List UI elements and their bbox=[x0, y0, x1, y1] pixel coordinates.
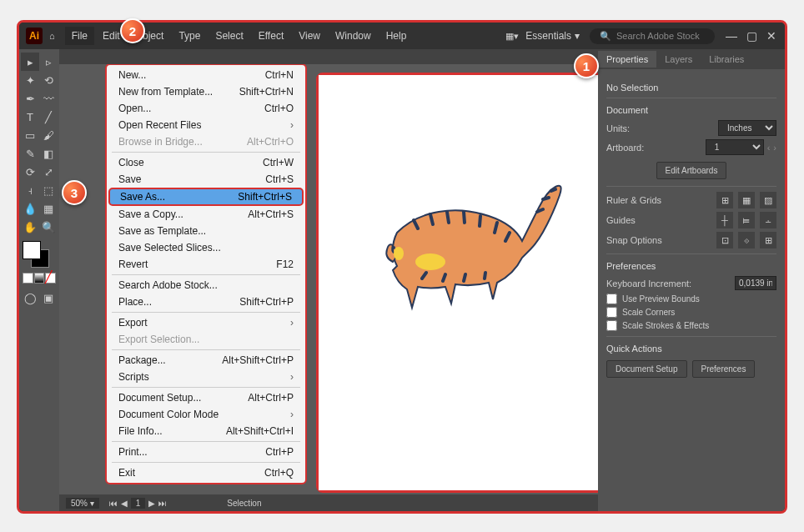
fill-stroke-swatch[interactable]: ╱ bbox=[21, 239, 58, 285]
menu-item-file-info[interactable]: File Info...Alt+Shift+Ctrl+I bbox=[107, 423, 305, 439]
color-mode-icon[interactable] bbox=[23, 273, 33, 284]
gradient-mode-icon[interactable] bbox=[34, 273, 45, 284]
quick-actions-section: Quick Actions bbox=[606, 344, 776, 354]
next-artboard-icon[interactable]: › bbox=[773, 143, 776, 153]
menu-item-place[interactable]: Place...Shift+Ctrl+P bbox=[107, 294, 305, 310]
artboard[interactable] bbox=[319, 75, 598, 490]
document-setup-button[interactable]: Document Setup bbox=[606, 360, 687, 378]
scale-strokes-checkbox[interactable]: Scale Strokes & Effects bbox=[606, 320, 776, 331]
menu-item-print[interactable]: Print...Ctrl+P bbox=[107, 444, 305, 460]
menu-item-new[interactable]: New...Ctrl+N bbox=[107, 67, 305, 83]
panel-tabs: PropertiesLayersLibraries bbox=[598, 49, 785, 69]
rotate-tool[interactable]: ⟳ bbox=[21, 163, 39, 181]
snap-pixel-icon[interactable]: ⊞ bbox=[760, 232, 776, 248]
curvature-tool[interactable]: 〰 bbox=[39, 89, 58, 108]
close-button[interactable]: ✕ bbox=[765, 29, 778, 43]
grid-icon[interactable]: ▦ bbox=[738, 192, 755, 208]
screen-mode-icon[interactable]: ▣ bbox=[39, 289, 58, 307]
menu-item-revert[interactable]: RevertF12 bbox=[107, 256, 305, 273]
type-tool[interactable]: T bbox=[21, 108, 39, 126]
width-tool[interactable]: ⫞ bbox=[21, 181, 39, 199]
keyboard-inc-input[interactable] bbox=[735, 276, 776, 290]
snap-grid-icon[interactable]: ⟐ bbox=[738, 232, 755, 248]
edit-artboards-button[interactable]: Edit Artboards bbox=[656, 162, 727, 179]
smart-guides-icon[interactable]: ⫠ bbox=[760, 212, 776, 228]
zoom-tool[interactable]: 🔍 bbox=[39, 218, 58, 236]
direct-selection-tool[interactable]: ▹ bbox=[39, 53, 58, 71]
menu-window[interactable]: Window bbox=[329, 27, 378, 45]
paintbrush-tool[interactable]: 🖌 bbox=[39, 126, 58, 144]
maximize-button[interactable]: ▢ bbox=[745, 29, 758, 43]
menu-select[interactable]: Select bbox=[209, 27, 249, 45]
menu-item-search-adobe-stock[interactable]: Search Adobe Stock... bbox=[107, 277, 305, 294]
guides-label: Guides bbox=[606, 215, 636, 225]
scale-corners-checkbox[interactable]: Scale Corners bbox=[606, 307, 776, 318]
callout-2: 2 bbox=[120, 18, 145, 43]
magic-wand-tool[interactable]: ✦ bbox=[21, 71, 39, 89]
menu-view[interactable]: View bbox=[292, 27, 327, 45]
zoom-select[interactable]: 50% ▾ bbox=[66, 498, 99, 509]
lasso-tool[interactable]: ⟲ bbox=[39, 71, 58, 89]
menu-type[interactable]: Type bbox=[172, 27, 207, 45]
panel-tab-libraries[interactable]: Libraries bbox=[701, 51, 752, 68]
workspace-switcher[interactable]: Essentials▾ bbox=[525, 30, 580, 42]
prev-artboard-icon[interactable]: ‹ bbox=[767, 143, 771, 153]
keyboard-inc-label: Keyboard Increment: bbox=[606, 279, 691, 289]
search-stock-input[interactable]: 🔍 Search Adobe Stock bbox=[590, 28, 715, 44]
none-mode-icon[interactable]: ╱ bbox=[45, 273, 56, 284]
menu-item-save-selected-slices[interactable]: Save Selected Slices... bbox=[107, 239, 305, 256]
hand-tool[interactable]: ✋ bbox=[21, 218, 39, 236]
gradient-tool[interactable]: ▦ bbox=[39, 199, 58, 218]
menu-item-document-color-mode[interactable]: Document Color Mode bbox=[107, 406, 305, 423]
menu-item-new-from-template[interactable]: New from Template...Shift+Ctrl+N bbox=[107, 83, 305, 100]
units-label: Units: bbox=[606, 123, 630, 133]
transparency-grid-icon[interactable]: ▨ bbox=[760, 192, 776, 208]
menu-item-open[interactable]: Open...Ctrl+O bbox=[107, 100, 305, 117]
shaper-tool[interactable]: ✎ bbox=[21, 144, 39, 163]
menu-item-exit[interactable]: ExitCtrl+Q bbox=[107, 464, 305, 481]
callout-3: 3 bbox=[62, 180, 87, 205]
eyedropper-tool[interactable]: 💧 bbox=[21, 199, 39, 218]
rectangle-tool[interactable]: ▭ bbox=[21, 126, 39, 144]
units-select[interactable]: Inches bbox=[718, 120, 776, 136]
line-tool[interactable]: ╱ bbox=[39, 108, 58, 126]
ruler-icon[interactable]: ⊞ bbox=[716, 192, 733, 208]
document-tab-strip[interactable] bbox=[59, 49, 598, 64]
panel-tab-properties[interactable]: Properties bbox=[598, 51, 656, 68]
search-icon: 🔍 bbox=[600, 31, 611, 42]
minimize-button[interactable]: — bbox=[725, 29, 738, 43]
app-window: Ai ⌂ FileEditObjectTypeSelectEffectViewW… bbox=[17, 20, 787, 514]
preview-bounds-checkbox[interactable]: Use Preview Bounds bbox=[606, 294, 776, 304]
menu-item-save-as[interactable]: Save As...Shift+Ctrl+S bbox=[108, 188, 304, 206]
menu-item-close[interactable]: CloseCtrl+W bbox=[107, 154, 305, 171]
menu-item-document-setup[interactable]: Document Setup...Alt+Ctrl+P bbox=[107, 389, 305, 406]
pen-tool[interactable]: ✒ bbox=[21, 89, 39, 108]
snap-options-label: Snap Options bbox=[606, 235, 662, 245]
menu-item-save[interactable]: SaveCtrl+S bbox=[107, 171, 305, 188]
home-icon[interactable]: ⌂ bbox=[49, 31, 55, 41]
menu-item-export-selection: Export Selection... bbox=[107, 331, 305, 348]
guides-show-icon[interactable]: ┼ bbox=[716, 212, 733, 228]
menu-item-scripts[interactable]: Scripts bbox=[107, 369, 305, 385]
free-transform-tool[interactable]: ⬚ bbox=[39, 181, 58, 199]
scale-tool[interactable]: ⤢ bbox=[39, 163, 58, 181]
menu-item-save-a-copy[interactable]: Save a Copy...Alt+Ctrl+S bbox=[107, 206, 305, 223]
selection-tool[interactable]: ▸ bbox=[21, 53, 39, 71]
menu-file[interactable]: File bbox=[65, 27, 94, 45]
artboard-nav[interactable]: ⏮◀1▶⏭ bbox=[109, 498, 168, 509]
panel-tab-layers[interactable]: Layers bbox=[656, 51, 701, 68]
preferences-button[interactable]: Preferences bbox=[692, 360, 756, 378]
menu-item-save-as-template[interactable]: Save as Template... bbox=[107, 223, 305, 239]
eraser-tool[interactable]: ◧ bbox=[39, 144, 58, 163]
menu-item-open-recent-files[interactable]: Open Recent Files bbox=[107, 117, 305, 133]
menu-effect[interactable]: Effect bbox=[252, 27, 290, 45]
guides-lock-icon[interactable]: ⫢ bbox=[738, 212, 755, 228]
menu-item-export[interactable]: Export bbox=[107, 314, 305, 331]
artboard-select[interactable]: 1 bbox=[706, 139, 764, 155]
canvas-wrapper[interactable]: New...Ctrl+NNew from Template...Shift+Ct… bbox=[59, 64, 598, 494]
menu-item-package[interactable]: Package...Alt+Shift+Ctrl+P bbox=[107, 352, 305, 369]
menu-help[interactable]: Help bbox=[379, 27, 414, 45]
snap-point-icon[interactable]: ⊡ bbox=[716, 232, 733, 248]
draw-mode-icon[interactable]: ◯ bbox=[21, 289, 39, 307]
layout-icon[interactable]: ▦▾ bbox=[505, 31, 519, 42]
